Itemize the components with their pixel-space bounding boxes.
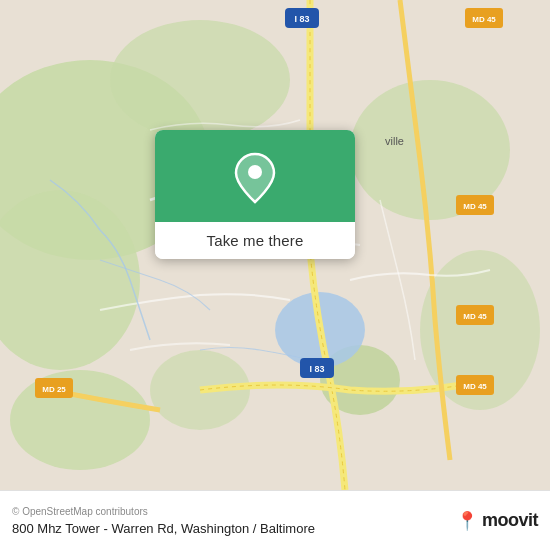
svg-text:ville: ville	[385, 135, 404, 147]
moovit-logo: 📍 moovit	[456, 510, 538, 531]
svg-text:MD 45: MD 45	[472, 15, 496, 24]
svg-text:I 83: I 83	[309, 364, 324, 374]
svg-text:I 83: I 83	[294, 14, 309, 24]
moovit-pin-icon: 📍	[456, 512, 478, 530]
moovit-brand-text: moovit	[482, 510, 538, 531]
map-area: I 83 I 83 MD 45 MD 45 MD 45 MD 45 MD 25 …	[0, 0, 550, 490]
svg-text:MD 45: MD 45	[463, 312, 487, 321]
svg-text:MD 45: MD 45	[463, 202, 487, 211]
svg-point-6	[10, 370, 150, 470]
bottom-left: © OpenStreetMap contributors 800 Mhz Tow…	[12, 506, 456, 536]
card-icon-area	[155, 130, 355, 222]
osm-credit: © OpenStreetMap contributors	[12, 506, 456, 517]
location-card: Take me there	[155, 130, 355, 259]
svg-point-25	[248, 165, 262, 179]
svg-point-3	[110, 20, 290, 140]
bottom-bar: © OpenStreetMap contributors 800 Mhz Tow…	[0, 490, 550, 550]
svg-text:MD 25: MD 25	[42, 385, 66, 394]
take-me-there-button[interactable]: Take me there	[155, 222, 355, 259]
location-name: 800 Mhz Tower - Warren Rd, Washington / …	[12, 521, 456, 536]
svg-text:MD 45: MD 45	[463, 382, 487, 391]
map-pin-icon	[233, 152, 277, 204]
